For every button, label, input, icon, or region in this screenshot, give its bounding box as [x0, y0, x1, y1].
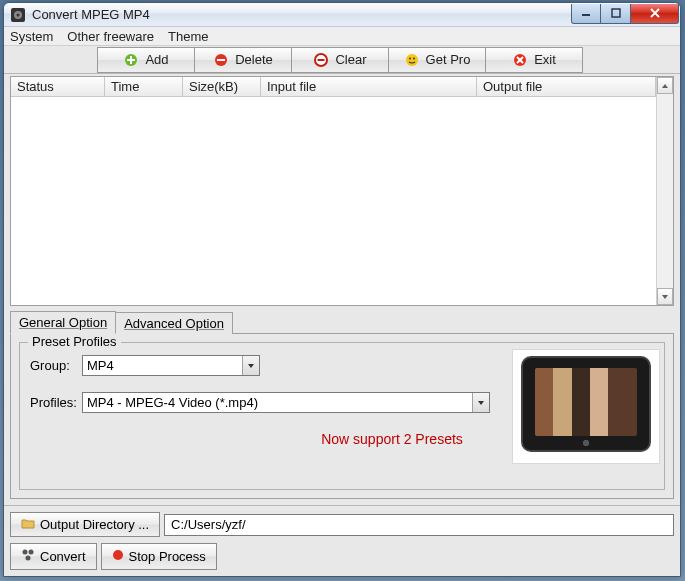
svg-point-10: [406, 54, 418, 66]
menu-system[interactable]: System: [10, 29, 53, 44]
group-label: Group:: [30, 358, 82, 373]
table-header-row: Status Time Size(kB) Input file Output f…: [11, 77, 656, 97]
tab-general-option[interactable]: General Option: [10, 311, 116, 334]
device-preview-image: [512, 349, 660, 464]
group-value: MP4: [83, 358, 242, 373]
convert-button[interactable]: Convert: [10, 543, 97, 570]
file-table: Status Time Size(kB) Input file Output f…: [10, 76, 674, 306]
preset-legend: Preset Profiles: [28, 334, 121, 349]
svg-rect-7: [217, 59, 225, 61]
scroll-up-button[interactable]: [657, 77, 673, 94]
col-size[interactable]: Size(kB): [183, 77, 261, 96]
menu-theme[interactable]: Theme: [168, 29, 208, 44]
add-icon: [123, 52, 139, 68]
svg-point-14: [23, 550, 28, 555]
dropdown-arrow-icon: [472, 393, 489, 412]
convert-icon: [21, 548, 35, 565]
stop-process-button[interactable]: Stop Process: [101, 543, 217, 570]
preset-profiles-fieldset: Preset Profiles Group: MP4 Profiles: MP4…: [19, 342, 665, 490]
table-body[interactable]: [11, 97, 656, 305]
add-button[interactable]: Add: [97, 47, 195, 73]
svg-point-17: [113, 550, 123, 560]
profiles-value: MP4 - MPEG-4 Video (*.mp4): [83, 395, 472, 410]
svg-rect-4: [612, 9, 620, 17]
options-tabs: General Option Advanced Option: [10, 312, 674, 334]
dropdown-arrow-icon: [242, 356, 259, 375]
bottom-bar: Output Directory ... Convert Stop Proces…: [4, 505, 680, 576]
output-directory-input[interactable]: [164, 514, 674, 536]
svg-point-12: [413, 57, 415, 59]
stop-icon: [112, 549, 124, 564]
minimize-button[interactable]: [571, 4, 601, 24]
window-controls: [571, 4, 679, 24]
group-combobox[interactable]: MP4: [82, 355, 260, 376]
close-button[interactable]: [631, 4, 679, 24]
output-directory-button[interactable]: Output Directory ...: [10, 512, 160, 537]
col-status[interactable]: Status: [11, 77, 105, 96]
svg-point-2: [17, 13, 20, 16]
app-window: Convert MPEG MP4 System Other freeware T…: [3, 2, 681, 577]
svg-point-15: [29, 550, 34, 555]
getpro-icon: [404, 52, 420, 68]
window-title: Convert MPEG MP4: [32, 7, 571, 22]
delete-button[interactable]: Delete: [194, 47, 292, 73]
svg-rect-3: [582, 14, 590, 16]
vertical-scrollbar[interactable]: [656, 77, 673, 305]
titlebar[interactable]: Convert MPEG MP4: [4, 3, 680, 27]
profiles-combobox[interactable]: MP4 - MPEG-4 Video (*.mp4): [82, 392, 490, 413]
svg-rect-9: [318, 59, 325, 61]
col-input[interactable]: Input file: [261, 77, 477, 96]
menu-other-freeware[interactable]: Other freeware: [67, 29, 154, 44]
tab-advanced-option[interactable]: Advanced Option: [115, 312, 233, 334]
delete-icon: [213, 52, 229, 68]
maximize-button[interactable]: [601, 4, 631, 24]
svg-point-16: [26, 556, 31, 561]
general-option-panel: Preset Profiles Group: MP4 Profiles: MP4…: [10, 334, 674, 499]
app-icon: [10, 7, 26, 23]
getpro-button[interactable]: Get Pro: [388, 47, 486, 73]
exit-button[interactable]: Exit: [485, 47, 583, 73]
scroll-track[interactable]: [657, 94, 673, 288]
svg-point-11: [409, 57, 411, 59]
menubar: System Other freeware Theme: [4, 27, 680, 46]
col-output[interactable]: Output file: [477, 77, 656, 96]
profiles-label: Profiles:: [30, 395, 82, 410]
scroll-down-button[interactable]: [657, 288, 673, 305]
exit-icon: [512, 52, 528, 68]
col-time[interactable]: Time: [105, 77, 183, 96]
clear-icon: [313, 52, 329, 68]
clear-button[interactable]: Clear: [291, 47, 389, 73]
content-area: Status Time Size(kB) Input file Output f…: [4, 74, 680, 505]
folder-icon: [21, 517, 35, 532]
toolbar: Add Delete Clear Get Pro Exit: [4, 46, 680, 74]
